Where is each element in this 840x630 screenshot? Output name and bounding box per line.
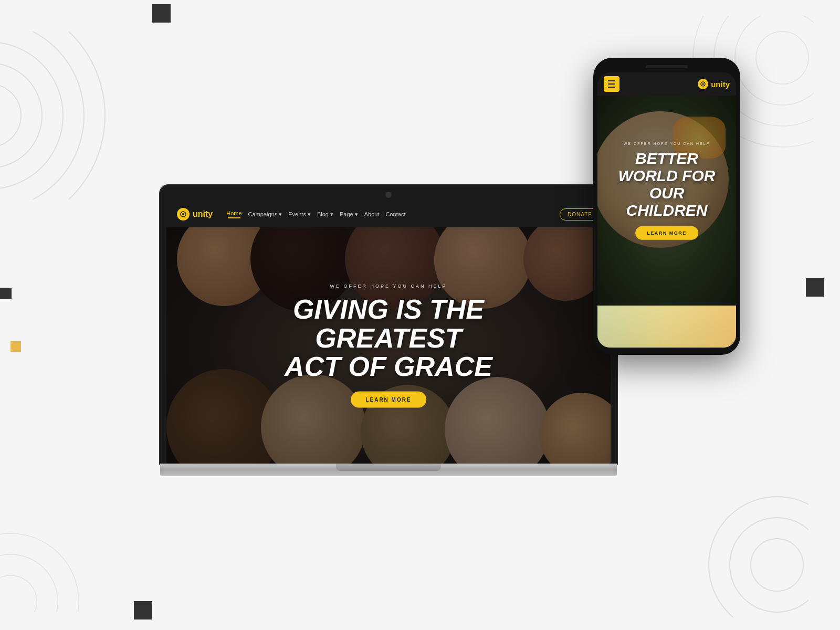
nav-link-blog[interactable]: Blog ▾ — [317, 211, 333, 218]
phone-logo-text: unity — [711, 80, 730, 89]
phone-title-line3: CHILDREN — [604, 202, 729, 219]
svg-point-18 — [702, 83, 704, 85]
hero-content: WE OFFER HOPE YOU CAN HELP GIVING IS THE… — [285, 284, 492, 408]
nav-active-indicator — [228, 217, 240, 218]
laptop-screen: unity Home Campaigns ▾ Events ▾ Blog ▾ P… — [166, 201, 611, 464]
hamburger-line-3 — [608, 87, 615, 88]
hero-title-line3: ACT OF GRACE — [285, 352, 492, 381]
nav-link-home: Home — [226, 210, 242, 216]
laptop-body: unity Home Campaigns ▾ Events ▾ Blog ▾ P… — [160, 185, 617, 476]
phone-hero-title: BETTER WORLD FOR OUR CHILDREN — [604, 150, 729, 219]
svg-point-16 — [182, 213, 184, 215]
phone-title-line1: BETTER — [604, 150, 729, 167]
nav-logo: unity — [177, 208, 213, 220]
phone-title-line2: WORLD FOR OUR — [604, 167, 729, 202]
hero-title-line1: GIVING IS THE — [285, 295, 492, 324]
nav-links: Home Campaigns ▾ Events ▾ Blog ▾ Page ▾ … — [226, 210, 551, 218]
main-scene: unity Home Campaigns ▾ Events ▾ Blog ▾ P… — [0, 0, 840, 630]
hero-title-line2: GREATEST — [285, 323, 492, 352]
hero-cta-button[interactable]: LEARN MORE — [351, 391, 426, 407]
phone-hero-subtitle: WE OFFER HOPE YOU CAN HELP — [604, 142, 729, 145]
phone-bottom-section — [597, 306, 736, 348]
phone-hero-cta-button[interactable]: LEARN MORE — [635, 226, 698, 240]
nav-link-campaigns[interactable]: Campaigns ▾ — [248, 211, 282, 218]
phone-device: unity WE OFFER HOPE YOU CAN HELP BETTER — [593, 58, 740, 355]
phone-navbar: unity — [597, 72, 736, 96]
phone-body: unity WE OFFER HOPE YOU CAN HELP BETTER — [593, 58, 740, 355]
phone-hero-content: WE OFFER HOPE YOU CAN HELP BETTER WORLD … — [604, 142, 729, 240]
logo-icon — [177, 208, 190, 220]
website-navbar: unity Home Campaigns ▾ Events ▾ Blog ▾ P… — [166, 201, 611, 227]
laptop-camera — [385, 192, 392, 198]
phone-bottom-image — [597, 306, 736, 348]
laptop-base — [160, 464, 617, 476]
logo-text: unity — [193, 209, 213, 219]
nav-link-page[interactable]: Page ▾ — [340, 211, 358, 218]
phone-logo: unity — [698, 79, 730, 89]
nav-item-home[interactable]: Home — [226, 210, 242, 218]
phone-hero: WE OFFER HOPE YOU CAN HELP BETTER WORLD … — [597, 96, 736, 306]
nav-link-about[interactable]: About — [364, 211, 380, 217]
hamburger-line-2 — [608, 83, 615, 85]
hero-title: GIVING IS THE GREATEST ACT OF GRACE — [285, 295, 492, 381]
hero-subtitle: WE OFFER HOPE YOU CAN HELP — [285, 284, 492, 289]
hamburger-line-1 — [608, 80, 615, 81]
laptop-device: unity Home Campaigns ▾ Events ▾ Blog ▾ P… — [160, 185, 617, 476]
phone-screen: unity WE OFFER HOPE YOU CAN HELP BETTER — [597, 72, 736, 348]
phone-hamburger-button[interactable] — [604, 76, 620, 92]
website-hero: WE OFFER HOPE YOU CAN HELP GIVING IS THE… — [166, 227, 611, 464]
phone-notch — [646, 65, 688, 68]
nav-link-events[interactable]: Events ▾ — [288, 211, 311, 218]
laptop-foot — [336, 464, 441, 471]
phone-logo-icon — [698, 79, 708, 89]
laptop-screen-outer: unity Home Campaigns ▾ Events ▾ Blog ▾ P… — [160, 185, 617, 464]
nav-link-contact[interactable]: Contact — [386, 211, 406, 217]
